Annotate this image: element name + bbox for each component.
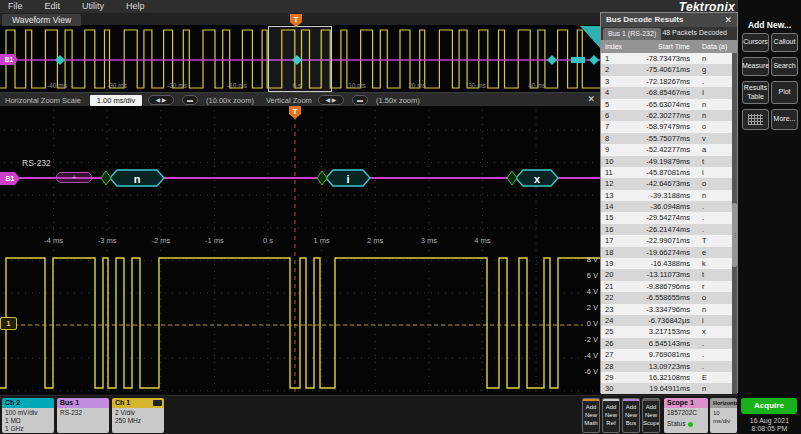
table-row[interactable]: 8-55.75077msv [601, 133, 733, 144]
horizontal-zoom-scale-input[interactable]: 1.00 ms/div [90, 95, 142, 106]
tab-waveform-view[interactable]: Waveform View [2, 14, 81, 26]
table-row[interactable]: 4-68.85467msI [601, 87, 733, 98]
badge-header-ch2: Ch 2 [2, 398, 54, 408]
menu-item-file[interactable]: File [8, 0, 23, 13]
zoom-waveform-view[interactable]: nix T B1 RS-232 + 1 -4 ms-3 ms-2 ms-1 ms… [0, 106, 601, 395]
horizontal-badge[interactable]: Horizontal 10 ms/div [710, 398, 737, 433]
cell-data: i [695, 315, 733, 326]
zoom-toolbar: Horizontal Zoom Scale 1.00 ms/div ◀ ▶ ▬ … [0, 92, 601, 106]
table-row[interactable]: 14-36.0948ms. [601, 201, 733, 212]
menu-item-utility[interactable]: Utility [82, 0, 104, 13]
sidebar-button-results-table[interactable]: Results Table [742, 81, 769, 104]
horizontal-badge-body: 10 ms/div [710, 408, 737, 433]
table-row[interactable]: 279.769081ms. [601, 349, 733, 360]
cell-start: -26.21474ms [629, 224, 695, 235]
add-button-label: Add New Bus [623, 401, 639, 427]
cell-data: r [695, 281, 733, 292]
table-row[interactable]: 20-13.11073mst [601, 269, 733, 280]
bus-event-diamond-icon [55, 55, 65, 65]
panel-close-icon[interactable]: ✕ [724, 13, 732, 27]
table-row[interactable]: 23-3.334796msn [601, 304, 733, 315]
table-row[interactable]: 21-9.886796msr [601, 281, 733, 292]
channel-badge-bus1[interactable]: Bus 1 RS-232 [57, 398, 109, 433]
cell-index: 1 [601, 53, 629, 64]
badge-label: Ch 1 [115, 399, 130, 406]
table-row[interactable]: 11-45.87081msi [601, 167, 733, 178]
channel-badge-ch2[interactable]: Ch 2 100 mV/div 1 MΩ 1 GHz [2, 398, 54, 433]
add-new-scope-button[interactable]: Add New Scope [642, 398, 660, 433]
ch1-ground-marker[interactable]: 1 [0, 317, 17, 330]
overview-tick-label: -20 ms [167, 82, 187, 89]
column-header-start-time: Start Time [629, 40, 695, 53]
acquire-button[interactable]: Acquire [741, 398, 797, 414]
table-row[interactable]: 10-49.19879mst [601, 156, 733, 167]
sidebar-button-search[interactable]: Search [771, 57, 798, 76]
vertical-zoom-factor: (1.50x zoom) [376, 96, 420, 105]
sidebar-button-measure[interactable]: Measure [742, 57, 769, 76]
table-row[interactable]: 18-19.66274mse [601, 247, 733, 258]
sidebar-button-plot[interactable]: Plot [771, 81, 798, 104]
table-row[interactable]: 253.217153msx [601, 326, 733, 337]
horizontal-zoom-drag-button[interactable]: ▬ [182, 95, 198, 105]
tab-bus1-rs232[interactable]: Bus 1 (RS-232) [603, 28, 661, 40]
vertical-zoom-drag-button[interactable]: ▬ [352, 95, 368, 105]
table-row[interactable]: 15-29.54274ms. [601, 212, 733, 223]
table-row[interactable]: 2813.09723ms. [601, 361, 733, 372]
table-scrollbar-thumb[interactable]: ⋮ [732, 203, 737, 267]
table-row[interactable]: 2916.32108msE [601, 372, 733, 383]
time-tick-label: -2 ms [151, 236, 170, 245]
time-tick-label: 0 s [263, 236, 273, 245]
table-row[interactable]: 12-42.64673mso [601, 178, 733, 189]
sidebar-button-cursors[interactable]: Cursors [742, 33, 769, 52]
waveform-overview[interactable]: T B1 -40 ms-30 ms-20 ms-10 ms0 s10 ms20 … [0, 26, 601, 92]
table-row[interactable]: 13-39.3188msn [601, 190, 733, 201]
table-row[interactable]: 22-6.558655mso [601, 292, 733, 303]
table-row[interactable]: 5-65.63074msn [601, 99, 733, 110]
time-tick-label: -1 ms [205, 236, 224, 245]
cell-data: n [695, 110, 733, 121]
horizontal-scale: 10 ms/div [713, 409, 737, 425]
table-row[interactable]: 19-16.4388msk [601, 258, 733, 269]
table-row[interactable]: 3-72.18267ms. [601, 76, 733, 87]
panel-tab-row: Bus 1 (RS-232) 48 Packets Decoded [601, 27, 737, 40]
table-row[interactable]: 7-58.97479mso [601, 121, 733, 132]
table-row[interactable]: 9-52.42277msa [601, 144, 733, 155]
sidebar-button-callout[interactable]: Callout [771, 33, 798, 52]
add-new-ref-button[interactable]: Add New Ref [602, 398, 620, 433]
time-label: 8:08:05 PM [738, 425, 801, 432]
cell-index: 10 [601, 156, 629, 167]
cell-data: n [695, 383, 733, 394]
time-tick-label: -4 ms [44, 236, 63, 245]
table-row[interactable]: 3019.64911msn [601, 383, 733, 394]
zoom-close-icon[interactable]: ✕ [587, 94, 595, 104]
time-tick-label: -3 ms [98, 236, 117, 245]
cell-data: a [695, 144, 733, 155]
table-row[interactable]: 1-78.73473msn [601, 53, 733, 64]
cell-index: 9 [601, 144, 629, 155]
table-row[interactable]: 2-75.40671msg [601, 64, 733, 75]
table-scrollbar-track[interactable]: ⋮ [732, 53, 737, 394]
sidebar-button-mask[interactable] [742, 109, 769, 130]
menu-item-edit[interactable]: Edit [45, 0, 61, 13]
vertical-zoom-arrows-button[interactable]: ◀ ▶ [318, 95, 344, 105]
cell-start: -45.87081ms [629, 167, 695, 178]
menu-item-help[interactable]: Help [126, 0, 145, 13]
table-row[interactable]: 17-22.99071msT [601, 235, 733, 246]
table-row[interactable]: 24-6.736842µsi [601, 315, 733, 326]
cell-start: 19.64911ms [629, 383, 695, 394]
cell-start: -29.54274ms [629, 212, 695, 223]
bus-handle[interactable]: + [56, 172, 92, 183]
add-new-math-button[interactable]: Add New Math [582, 398, 600, 433]
channel-badge-ch1[interactable]: Ch 1 2 V/div 250 MHz [112, 398, 164, 433]
cell-data: k [695, 258, 733, 269]
add-new-bus-button[interactable]: Add New Bus [622, 398, 640, 433]
cell-index: 8 [601, 133, 629, 144]
table-row[interactable]: 266.545143ms. [601, 338, 733, 349]
scope1-badge[interactable]: Scope 1 1857202C Status [664, 398, 708, 433]
cell-index: 3 [601, 76, 629, 87]
table-row[interactable]: 16-26.21474ms. [601, 224, 733, 235]
table-row[interactable]: 6-62.30277msn [601, 110, 733, 121]
sidebar-button-more[interactable]: More... [771, 109, 798, 130]
cell-index: 11 [601, 167, 629, 178]
horizontal-zoom-arrows-button[interactable]: ◀ ▶ [148, 95, 174, 105]
